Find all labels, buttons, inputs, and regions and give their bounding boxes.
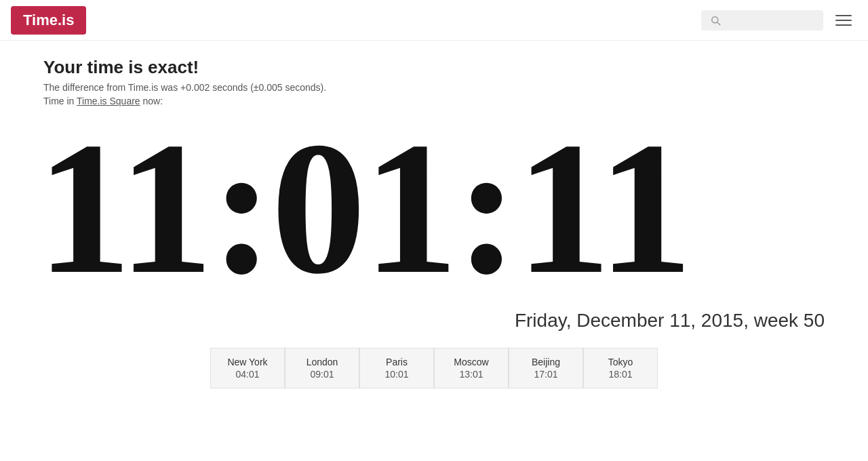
city-name: Tokyo — [600, 357, 641, 367]
menu-line-1 — [835, 15, 852, 16]
city-name: Paris — [376, 357, 417, 367]
menu-line-2 — [835, 20, 852, 21]
city-time: 18:01 — [600, 369, 641, 380]
city-time: 09:01 — [302, 369, 342, 380]
city-item[interactable]: New York04:01 — [210, 348, 285, 388]
city-item[interactable]: Tokyo18:01 — [583, 348, 658, 388]
city-time: 17:01 — [526, 369, 566, 380]
big-clock: 11:01:11 — [37, 113, 825, 303]
main-content: Your time is exact! The difference from … — [0, 41, 868, 416]
city-time: 10:01 — [376, 369, 417, 380]
city-name: Beijing — [526, 357, 566, 367]
city-name: Moscow — [451, 357, 492, 367]
difference-text: The difference from Time.is was +0.002 s… — [43, 82, 825, 93]
city-times: New York04:01London09:01Paris10:01Moscow… — [43, 348, 825, 388]
search-input[interactable] — [727, 15, 815, 26]
city-item[interactable]: Beijing17:01 — [509, 348, 583, 388]
city-name: London — [302, 357, 342, 367]
hamburger-menu-button[interactable] — [830, 9, 857, 31]
menu-line-3 — [835, 24, 852, 26]
exact-title: Your time is exact! — [43, 57, 825, 78]
city-name: New York — [227, 357, 268, 367]
search-icon — [709, 14, 722, 26]
city-item[interactable]: Moscow13:01 — [434, 348, 509, 388]
search-bar[interactable] — [701, 10, 823, 31]
header-right — [701, 9, 857, 31]
header: Time.is — [0, 0, 868, 41]
logo[interactable]: Time.is — [11, 6, 86, 35]
city-time: 04:01 — [227, 369, 268, 380]
city-item[interactable]: Paris10:01 — [359, 348, 434, 388]
city-time: 13:01 — [451, 369, 492, 380]
city-item[interactable]: London09:01 — [285, 348, 359, 388]
